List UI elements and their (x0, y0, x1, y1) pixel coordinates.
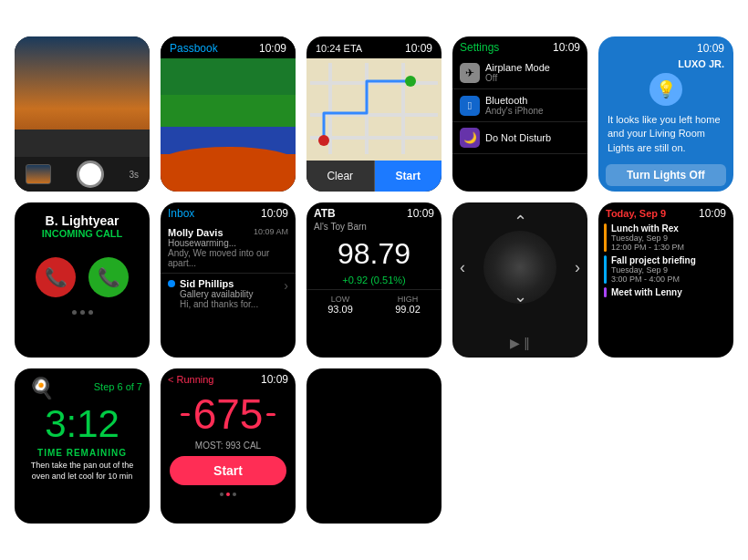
bluetooth-value: Andy's iPhone (485, 106, 544, 116)
photo-thumbnail[interactable] (26, 164, 51, 184)
inbox-time: 10:09 (261, 207, 288, 220)
camera-controls: 3s (15, 157, 150, 192)
food-icon: 🍳 (29, 377, 54, 399)
watch-maps: 10:24 ETA 10:09 Clear Start (306, 36, 442, 192)
watch-calendar: Today, Sep 9 10:09 Lunch with Rex Tuesda… (598, 202, 733, 358)
bluetooth-item[interactable]: 𝟌 Bluetooth Andy's iPhone (452, 89, 587, 122)
calories-display: 675 (161, 388, 296, 441)
stock-low-high: LOW 93.09 HIGH 99.02 (306, 289, 442, 319)
stock-company: Al's Toy Barn (306, 222, 442, 233)
event1-date: Tuesday, Sep 9 (611, 233, 728, 243)
smarthome-device: LUXO JR. (598, 58, 733, 69)
shutter-button[interactable] (77, 161, 104, 188)
call-buttons: 📞 📞 (15, 250, 150, 305)
email1-time: 10:09 AM (254, 227, 288, 238)
dot-1 (72, 310, 77, 315)
calendar-time: 10:09 (699, 207, 726, 220)
pdot-3 (233, 493, 236, 496)
smarthome-bulb-row: 💡 (598, 69, 733, 109)
watch-smarthome: 10:09 LUXO JR. 💡 It looks like you left … (598, 36, 733, 192)
settings-title: Settings (460, 41, 499, 54)
email-item-2[interactable]: Sid Phillips Gallery availability Hi, an… (161, 274, 296, 314)
event2-bar (604, 255, 607, 284)
event2-title: Fall project briefing (611, 255, 728, 265)
card-4[interactable] (161, 154, 296, 192)
watch-phonecall: B. Lightyear INCOMING CALL 📞 📞 (15, 202, 150, 358)
inbox-header: Inbox 10:09 (161, 202, 296, 223)
email2-subject: Gallery availability (180, 289, 258, 299)
maps-time: 10:09 (405, 42, 432, 55)
maps-clear-button[interactable]: Clear (306, 161, 375, 192)
pdot-1 (220, 493, 223, 496)
event3-title: Meet with Lenny (611, 287, 728, 297)
settings-header: Settings 10:09 (452, 36, 587, 57)
unread-dot (168, 280, 175, 287)
event1-time: 12:00 PM - 1:30 PM (611, 243, 728, 252)
event1-title: Lunch with Rex (611, 223, 728, 233)
watch-black (306, 368, 442, 524)
smarthome-turnoff-button[interactable]: Turn Lights Off (606, 164, 726, 186)
accept-button[interactable]: 📞 (88, 257, 129, 297)
dnd-label: Do Not Disturb (485, 132, 551, 143)
arrow-left-icon[interactable]: ‹ (460, 258, 465, 277)
event-3[interactable]: Meet with Lenny (604, 287, 728, 297)
watch-inbox: Inbox 10:09 Molly Davis 10:09 AM Housewa… (161, 202, 296, 358)
email-item-1[interactable]: Molly Davis 10:09 AM Housewarming... And… (161, 223, 296, 274)
email2-sender: Sid Phillips (180, 278, 258, 289)
card-1[interactable] (161, 58, 296, 95)
arrow-up-icon[interactable]: ⌃ (514, 212, 527, 232)
stocks-time: 10:09 (407, 207, 434, 220)
email2-preview: Hi, and thanks for... (180, 299, 258, 309)
watch-remote: ⌃ ‹ › ⌄ ▶ ‖ (452, 202, 587, 358)
workout-header: < Running 10:09 (161, 368, 296, 388)
passbook-header: Passbook 10:09 (161, 36, 296, 58)
email2-chevron: › (284, 278, 288, 293)
watch-workout: < Running 10:09 675 MOST: 993 CAL Start (161, 368, 296, 524)
arrow-right-icon[interactable]: › (575, 258, 580, 277)
svg-point-6 (318, 135, 329, 146)
email1-subject: Housewarming... (168, 238, 288, 248)
remote-bottom-controls: ▶ ‖ (452, 332, 587, 358)
stock-low: LOW 93.09 (327, 295, 353, 315)
arrow-down-icon[interactable]: ⌄ (514, 286, 527, 306)
event-1[interactable]: Lunch with Rex Tuesday, Sep 9 12:00 PM -… (604, 223, 728, 252)
airplane-label: Airplane Mode (485, 62, 550, 73)
card-2[interactable] (161, 95, 296, 127)
bulb-icon: 💡 (649, 73, 682, 106)
watch-passbook: Passbook 10:09 (161, 36, 296, 192)
passbook-cards (161, 58, 296, 192)
maps-buttons: Clear Start (306, 161, 442, 192)
decline-button[interactable]: 📞 (36, 257, 76, 297)
workout-back[interactable]: < Running (168, 374, 213, 385)
event-2[interactable]: Fall project briefing Tuesday, Sep 9 3:0… (604, 255, 728, 284)
watch-stocks: ATB 10:09 Al's Toy Barn 98.79 +0.92 (0.5… (306, 202, 442, 358)
timer-label: TIME REMAINING (15, 448, 150, 458)
workout-start-button[interactable]: Start (170, 456, 286, 485)
passbook-time: 10:09 (259, 42, 286, 55)
camera-preview (15, 36, 150, 157)
passbook-title: Passbook (170, 42, 218, 55)
caller-name: B. Lightyear (15, 213, 150, 228)
stock-high: HIGH 99.02 (395, 295, 421, 315)
workout-time: 10:09 (261, 373, 288, 386)
stock-change: +0.92 (0.51%) (306, 275, 442, 285)
timer-step: Step 6 of 7 (61, 381, 142, 392)
pdot-2 (226, 493, 230, 496)
workout-page-dots (161, 493, 296, 496)
timer-header: 🍳 Step 6 of 7 (15, 368, 150, 402)
svg-point-7 (405, 76, 416, 87)
dnd-item[interactable]: 🌙 Do Not Disturb (452, 122, 587, 154)
stocks-header: ATB 10:09 (306, 202, 442, 222)
high-label: HIGH (395, 295, 421, 304)
stock-ticker: ATB (314, 207, 336, 220)
airplane-mode-item[interactable]: ✈ Airplane Mode Off (452, 57, 587, 89)
smarthome-header: 10:09 (598, 36, 733, 58)
maps-start-button[interactable]: Start (375, 161, 442, 192)
most-calories: MOST: 993 CAL (161, 441, 296, 451)
stock-price: 98.79 (306, 233, 442, 275)
play-pause-icon[interactable]: ▶ ‖ (510, 336, 530, 350)
maps-header: 10:24 ETA 10:09 (306, 36, 442, 58)
dnd-icon: 🌙 (460, 128, 480, 148)
svg-rect-2 (401, 63, 405, 154)
timer-instruction: Then take the pan out of the oven and le… (15, 458, 150, 484)
